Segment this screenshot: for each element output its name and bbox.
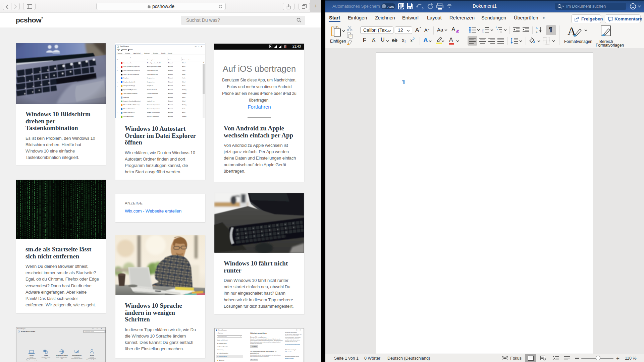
svg-text:3: 3: [482, 31, 484, 33]
svg-text:VPN: VPN: [61, 358, 63, 359]
svg-text:i: i: [498, 31, 498, 33]
svg-text:Netzwerk und Internet: Netzwerk und Internet: [56, 355, 68, 356]
svg-text:Apps, Stromversorgung: Apps, Stromversorgung: [26, 359, 37, 361]
svg-text:Z: Z: [536, 30, 538, 33]
svg-text:A: A: [536, 26, 538, 30]
svg-text:a: a: [497, 28, 498, 31]
svg-text:1: 1: [482, 26, 484, 28]
svg-text:Personalisierung: Personalisierung: [72, 355, 82, 356]
svg-text:System: System: [30, 355, 34, 356]
svg-text:2: 2: [482, 29, 484, 31]
svg-text:Geräte: Geräte: [44, 355, 48, 356]
svg-text:Konten: Konten: [90, 355, 94, 356]
svg-text:1: 1: [496, 26, 497, 28]
svg-text:Maus: Maus: [45, 358, 47, 359]
svg-text:Sperrbildschirm, Farben: Sperrbildschirm, Farben: [71, 358, 82, 359]
svg-text:Arbeit, andere Benutzer: Arbeit, andere Benutzer: [87, 359, 98, 361]
